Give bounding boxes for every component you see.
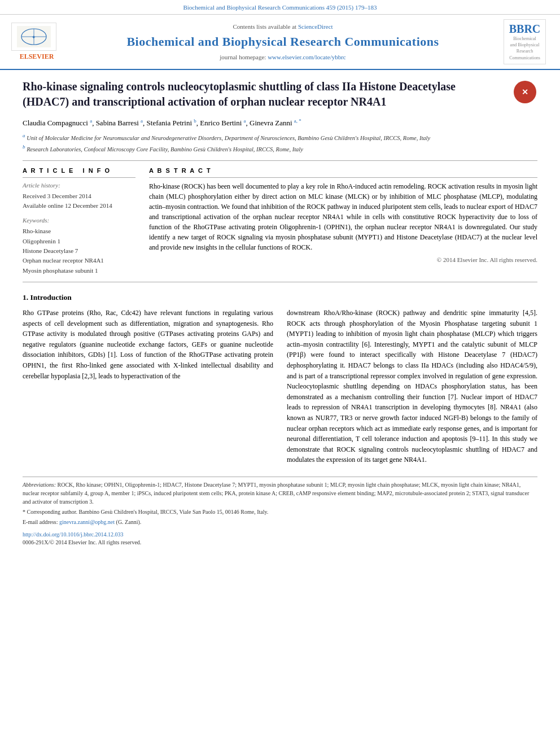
sup-a4: a, *	[294, 118, 301, 124]
divider-after-abstract	[23, 282, 537, 282]
elsevier-logo-container: ✦ ELSEVIER	[11, 23, 62, 62]
keyword-3: Histone Deacetylase 7	[23, 247, 135, 255]
crossmark-icon: ✕	[514, 81, 536, 103]
svg-text:✦: ✦	[32, 34, 36, 40]
received-date: Received 3 December 2014	[23, 192, 135, 200]
abstract-col: A B S T R A C T Rho-kinase (ROCK) has be…	[149, 167, 537, 276]
keyword-1: Rho-kinase	[23, 227, 135, 235]
intro-two-col: Rho GTPase proteins (Rho, Rac, Cdc42) ha…	[23, 308, 537, 470]
elsevier-name: ELSEVIER	[11, 52, 62, 62]
intro-right-paragraph: downstream RhoA/Rho-kinase (ROCK) pathwa…	[287, 308, 537, 465]
elsevier-image: ✦	[11, 23, 56, 51]
footnotes-section: Abbreviations: ROCK, Rho kinase; OPHN1, …	[23, 477, 537, 547]
svg-text:✕: ✕	[522, 88, 528, 97]
keyword-5: Myosin phosphatase subunit 1	[23, 267, 135, 275]
bbrc-subtitle: Biochemicaland BiophysicalResearchCommun…	[509, 36, 540, 61]
intro-heading: 1. Introduction	[23, 292, 537, 303]
journal-citation: Biochemical and Biophysical Research Com…	[0, 0, 560, 15]
article-info-col: A R T I C L E I N F O Article history: R…	[23, 167, 135, 276]
abbreviations-text: Abbreviations: ROCK, Rho kinase; OPHN1, …	[23, 480, 537, 506]
doi-line: http://dx.doi.org/10.1016/j.bbrc.2014.12…	[23, 531, 537, 539]
introduction-section: 1. Introduction Rho GTPase proteins (Rho…	[23, 292, 537, 470]
journal-homepage-line: journal homepage: www.elsevier.com/locat…	[69, 53, 497, 62]
sup-marker-a: a	[23, 133, 25, 138]
article-info-label: A R T I C L E I N F O	[23, 167, 135, 177]
keywords-label: Keywords:	[23, 216, 135, 225]
info-abstract-section: A R T I C L E I N F O Article history: R…	[23, 167, 537, 276]
abbrev-label: Abbreviations:	[23, 482, 56, 488]
issn-line: 0006-291X/© 2014 Elsevier Inc. All right…	[23, 539, 537, 547]
sciencedirect-line: Contents lists available at ScienceDirec…	[69, 23, 497, 31]
crossmark-badge[interactable]: ✕	[512, 79, 537, 104]
keyword-2: Oligophrenin 1	[23, 237, 135, 246]
intro-left: Rho GTPase proteins (Rho, Rac, Cdc42) ha…	[23, 308, 273, 470]
abstract-text: Rho-kinase (ROCK) has been well document…	[149, 181, 537, 252]
keyword-4: Orphan nuclear receptor NR4A1	[23, 256, 135, 265]
affiliations: a Unit of Molecular Medicine for Neuromu…	[23, 132, 537, 154]
journal-title-header: Biochemical and Biophysical Research Com…	[69, 33, 497, 51]
abbrev-content: ROCK, Rho kinase; OPHN1, Oligophrenin-1;…	[23, 482, 529, 505]
email-link[interactable]: ginevra.zanni@opbg.net	[59, 519, 115, 525]
affiliation-b: b Research Laboratories, Confocal Micros…	[23, 143, 537, 154]
intro-left-paragraph: Rho GTPase proteins (Rho, Rac, Cdc42) ha…	[23, 308, 273, 381]
article-title: Rho-kinase signaling controls nucleocyto…	[23, 79, 537, 110]
main-content: Rho-kinase signaling controls nucleocyto…	[0, 70, 560, 556]
bbrc-box: BBRC Biochemicaland BiophysicalResearchC…	[504, 19, 546, 64]
history-label: Article history:	[23, 181, 135, 190]
corresponding-text: * Corresponding author. Bambino Gesù Chi…	[23, 508, 537, 516]
copyright-line: © 2014 Elsevier Inc. All rights reserved…	[149, 256, 537, 264]
sup-a2: a	[141, 118, 143, 124]
bbrc-logo-container: BBRC Biochemicaland BiophysicalResearchC…	[504, 19, 549, 64]
authors-line: Claudia Compagnucci a, Sabina Barresi a,…	[23, 117, 537, 129]
doi-link[interactable]: http://dx.doi.org/10.1016/j.bbrc.2014.12…	[23, 531, 123, 538]
sup-marker-b: b	[23, 144, 25, 150]
affiliation-a: a Unit of Molecular Medicine for Neuromu…	[23, 132, 537, 142]
homepage-link[interactable]: www.elsevier.com/locate/ybbrc	[268, 54, 346, 60]
journal-header: ✦ ELSEVIER Contents lists available at S…	[0, 15, 560, 70]
sup-b: b	[194, 118, 196, 124]
sciencedirect-link[interactable]: ScienceDirect	[298, 23, 333, 30]
divider-after-affiliations	[23, 160, 537, 161]
bottom-bar: http://dx.doi.org/10.1016/j.bbrc.2014.12…	[23, 531, 537, 547]
sup-a3: a	[244, 118, 246, 124]
available-date: Available online 12 December 2014	[23, 202, 135, 210]
abstract-label: A B S T R A C T	[149, 167, 537, 177]
sup-a: a	[90, 118, 92, 124]
intro-right: downstream RhoA/Rho-kinase (ROCK) pathwa…	[287, 308, 537, 470]
email-line: E-mail address: ginevra.zanni@opbg.net (…	[23, 518, 537, 526]
bbrc-letters: BBRC	[509, 23, 541, 34]
journal-center: Contents lists available at ScienceDirec…	[69, 23, 497, 62]
